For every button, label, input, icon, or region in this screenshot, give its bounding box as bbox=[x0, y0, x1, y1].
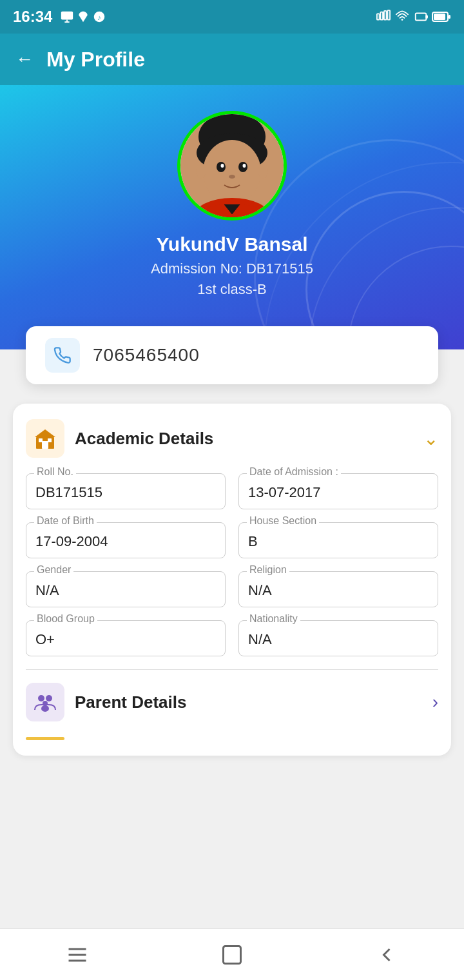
header: ← My Profile bbox=[0, 34, 464, 85]
svg-rect-9 bbox=[426, 15, 427, 18]
home-icon bbox=[220, 943, 244, 966]
back-nav-button[interactable] bbox=[361, 936, 412, 974]
class-label: 1st class-B bbox=[197, 281, 267, 298]
gender-label: Gender bbox=[34, 564, 73, 576]
svg-point-26 bbox=[258, 163, 268, 179]
home-button[interactable] bbox=[206, 936, 258, 974]
back-button[interactable]: ← bbox=[15, 49, 34, 70]
date-of-admission-field: Date of Admission : 13-07-2017 bbox=[238, 473, 438, 509]
yellow-accent-bar bbox=[26, 737, 64, 740]
svg-text:♪: ♪ bbox=[98, 14, 102, 21]
religion-value: N/A bbox=[248, 582, 429, 599]
roll-no-value: DB171515 bbox=[35, 484, 216, 501]
date-of-admission-label: Date of Admission : bbox=[247, 466, 341, 478]
notification-icons: ♪ bbox=[60, 10, 106, 24]
svg-rect-6 bbox=[387, 10, 390, 20]
nationality-field: Nationality N/A bbox=[238, 620, 438, 656]
parent-icon-box bbox=[26, 683, 64, 721]
school-icon bbox=[34, 427, 57, 450]
house-section-label: House Section bbox=[247, 515, 319, 527]
phone-icon bbox=[53, 346, 72, 364]
status-bar: 16:34 ♪ bbox=[0, 0, 464, 34]
menu-button[interactable] bbox=[52, 936, 103, 974]
parent-arrow-icon[interactable]: › bbox=[432, 692, 438, 712]
menu-icon bbox=[66, 943, 89, 966]
svg-rect-30 bbox=[42, 441, 48, 449]
academic-chevron-icon[interactable]: ⌄ bbox=[423, 428, 438, 449]
svg-point-21 bbox=[238, 162, 247, 172]
avatar bbox=[177, 111, 287, 220]
svg-rect-12 bbox=[449, 15, 450, 19]
date-of-birth-value: 17-09-2004 bbox=[35, 533, 216, 550]
gender-field: Gender N/A bbox=[26, 571, 226, 607]
status-time: 16:34 bbox=[13, 8, 52, 26]
admission-number: Admission No: DB171515 bbox=[151, 260, 313, 277]
svg-point-35 bbox=[46, 695, 52, 701]
status-icons-right bbox=[376, 10, 451, 24]
phone-number: 7065465400 bbox=[93, 345, 200, 366]
svg-point-37 bbox=[43, 701, 48, 706]
svg-rect-4 bbox=[380, 12, 383, 20]
svg-point-15 bbox=[264, 162, 464, 349]
religion-field: Religion N/A bbox=[238, 571, 438, 607]
phone-card: 7065465400 bbox=[26, 326, 438, 384]
svg-point-19 bbox=[203, 140, 261, 204]
academic-section-title: Academic Details bbox=[75, 429, 423, 449]
svg-rect-5 bbox=[384, 11, 387, 20]
main-content: Academic Details ⌄ Roll No. DB171515 Dat… bbox=[0, 384, 464, 769]
svg-point-36 bbox=[41, 705, 49, 712]
blood-group-field: Blood Group O+ bbox=[26, 620, 226, 656]
blood-group-value: O+ bbox=[35, 631, 216, 648]
svg-point-25 bbox=[196, 163, 206, 179]
religion-label: Religion bbox=[247, 564, 289, 576]
date-of-birth-label: Date of Birth bbox=[34, 515, 97, 527]
date-of-birth-field: Date of Birth 17-09-2004 bbox=[26, 522, 226, 558]
academic-fields-grid: Roll No. DB171515 Date of Admission : 13… bbox=[26, 473, 438, 656]
svg-point-7 bbox=[401, 19, 403, 21]
roll-no-field: Roll No. DB171515 bbox=[26, 473, 226, 509]
svg-point-24 bbox=[229, 175, 235, 179]
date-of-admission-value: 13-07-2017 bbox=[248, 484, 429, 501]
svg-rect-0 bbox=[61, 12, 73, 20]
page-title: My Profile bbox=[46, 48, 145, 72]
svg-rect-32 bbox=[48, 438, 52, 442]
svg-point-20 bbox=[217, 162, 226, 172]
house-section-value: B bbox=[248, 533, 429, 550]
svg-rect-11 bbox=[434, 14, 445, 20]
phone-icon-box bbox=[45, 338, 80, 373]
section-divider bbox=[26, 669, 438, 670]
academic-details-header: Academic Details ⌄ bbox=[26, 419, 438, 458]
svg-point-34 bbox=[38, 695, 44, 701]
family-icon bbox=[34, 691, 57, 714]
nationality-label: Nationality bbox=[247, 613, 300, 625]
svg-rect-33 bbox=[44, 431, 46, 435]
parent-section-title: Parent Details bbox=[75, 692, 432, 712]
gender-value: N/A bbox=[35, 582, 216, 599]
back-nav-icon bbox=[375, 943, 398, 966]
roll-no-label: Roll No. bbox=[34, 466, 76, 478]
details-card: Academic Details ⌄ Roll No. DB171515 Dat… bbox=[13, 404, 451, 756]
svg-point-22 bbox=[221, 164, 224, 168]
svg-point-23 bbox=[243, 164, 246, 168]
svg-rect-41 bbox=[224, 946, 241, 963]
svg-rect-31 bbox=[39, 438, 43, 442]
nationality-value: N/A bbox=[248, 631, 429, 648]
student-name: YukundV Bansal bbox=[156, 233, 307, 255]
svg-rect-8 bbox=[416, 14, 427, 21]
hero-section: YukundV Bansal Admission No: DB171515 1s… bbox=[0, 85, 464, 349]
svg-rect-3 bbox=[377, 14, 380, 19]
parent-details-header[interactable]: Parent Details › bbox=[26, 683, 438, 721]
bottom-navigation bbox=[0, 928, 464, 980]
house-section-field: House Section B bbox=[238, 522, 438, 558]
blood-group-label: Blood Group bbox=[34, 613, 97, 625]
academic-icon-box bbox=[26, 419, 64, 458]
